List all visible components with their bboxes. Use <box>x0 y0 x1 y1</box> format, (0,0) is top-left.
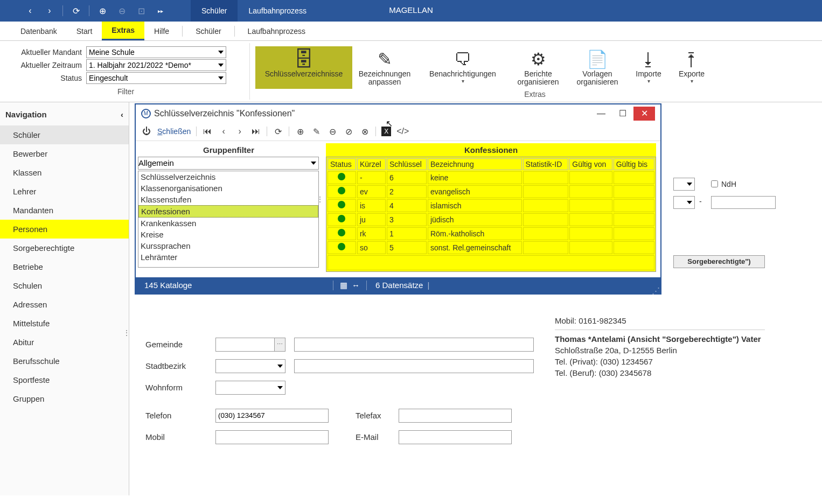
modal-close-button[interactable]: ✕ <box>633 107 655 121</box>
prev-button[interactable]: ‹ <box>218 127 229 136</box>
ribbon-importe[interactable]: ⭳ Importe ▾ <box>627 46 670 89</box>
nav-item-mandanten[interactable]: Mandanten <box>0 201 129 220</box>
col-gueltigbis[interactable]: Gültig bis <box>614 158 654 170</box>
col-kuerzel[interactable]: Kürzel <box>357 158 386 170</box>
modal-splitter[interactable]: ⋮ <box>316 195 324 204</box>
select-all-icon[interactable]: ▦ <box>340 281 347 290</box>
list-item-selected[interactable]: Konfessionen <box>138 205 318 218</box>
gemeinde-name-input[interactable] <box>294 338 534 352</box>
list-item[interactable]: Klassenorganisationen <box>138 183 318 194</box>
nav-back-button[interactable]: ‹ <box>22 2 39 19</box>
list-item[interactable]: Kurssprachen <box>138 240 318 251</box>
table-row[interactable]: -6keine <box>328 171 654 184</box>
input-2[interactable] <box>711 196 776 209</box>
modal-maximize-button[interactable]: ☐ <box>612 107 633 121</box>
nav-item-bewerber[interactable]: Bewerber <box>0 144 129 163</box>
telefax-input[interactable] <box>399 409 512 423</box>
mobil-input[interactable] <box>215 430 329 444</box>
nav-forward-button[interactable]: › <box>41 2 58 19</box>
edit-button[interactable]: ✎ <box>311 127 322 137</box>
menu-laufbahn[interactable]: Laufbahnprozess <box>238 23 315 40</box>
menu-start[interactable]: Start <box>67 23 102 40</box>
stadtbezirk-input[interactable] <box>294 359 534 373</box>
nav-item-abitur[interactable]: Abitur <box>0 333 129 352</box>
ribbon-schluesselverzeichnisse[interactable]: 🗄 Schlüsselverzeichnisse <box>255 46 352 89</box>
nav-item-betriebe[interactable]: Betriebe <box>0 257 129 276</box>
nav-item-adressen[interactable]: Adressen <box>0 295 129 314</box>
zeitraum-select[interactable]: 1. Halbjahr 2021/2022 *Demo* <box>86 59 226 71</box>
verzeichnis-list[interactable]: Schlüsselverzeichnis Klassenorganisation… <box>138 171 319 268</box>
ndh-checkbox[interactable] <box>711 180 718 187</box>
menu-schueler[interactable]: Schüler <box>186 23 231 40</box>
telefon-input[interactable] <box>215 409 329 423</box>
status-select[interactable]: Eingeschult <box>86 72 226 84</box>
email-input[interactable] <box>399 430 512 444</box>
list-item[interactable]: Lehrämter <box>138 251 318 263</box>
add-button[interactable]: ⊕ <box>94 2 111 19</box>
gruppenfilter-select[interactable]: Allgemein <box>138 157 319 170</box>
excel-button[interactable]: X <box>381 127 391 136</box>
nav-item-gruppen[interactable]: Gruppen <box>0 389 129 408</box>
nav-collapse-button[interactable]: ‹ <box>121 110 123 119</box>
nav-item-personen[interactable]: Personen <box>0 220 129 239</box>
col-status[interactable]: Status <box>328 158 356 170</box>
table-row[interactable]: so5sonst. Rel.gemeinschaft <box>328 241 654 254</box>
table-row[interactable]: rk1Röm.-katholisch <box>328 227 654 240</box>
titlebar-tab-schueler[interactable]: Schüler <box>191 0 238 22</box>
list-item[interactable]: Klassenstufen <box>138 194 318 205</box>
ribbon-bezeichnungen[interactable]: ✎ Bezeichnungen anpassen <box>352 46 417 89</box>
gemeinde-lookup-button[interactable]: ⋯ <box>275 338 285 352</box>
list-item[interactable]: Schlüsselverzeichnis <box>138 171 318 183</box>
cancel-button[interactable]: ⊗ <box>359 127 370 137</box>
last-button[interactable]: ⏭ <box>250 127 261 136</box>
titlebar-tab-laufbahn[interactable]: Laufbahnprozess <box>238 0 317 22</box>
refresh-button[interactable]: ⟳ <box>67 2 85 19</box>
modal-minimize-button[interactable]: — <box>590 107 612 121</box>
reload-button[interactable]: ⟳ <box>273 127 283 137</box>
ribbon-berichte[interactable]: ⚙ Berichte organisieren <box>508 46 568 89</box>
list-item[interactable]: Krankenkassen <box>138 218 318 229</box>
table-row[interactable]: ju3jüdisch <box>328 213 654 226</box>
ribbon-exporte[interactable]: ⭱ Exporte ▾ <box>670 46 713 89</box>
next-button[interactable]: › <box>234 127 245 136</box>
nav-item-lehrer[interactable]: Lehrer <box>0 182 129 201</box>
table-row[interactable]: is4islamisch <box>328 199 654 212</box>
nav-item-schulen[interactable]: Schulen <box>0 276 129 295</box>
combo-1[interactable] <box>673 178 695 191</box>
resize-grip[interactable] <box>652 286 658 292</box>
combo-2[interactable] <box>673 196 695 209</box>
check-button[interactable]: ⊘ <box>343 127 354 137</box>
table-row[interactable]: ev2evangelisch <box>328 185 654 198</box>
nav-item-sportfeste[interactable]: Sportfeste <box>0 370 129 389</box>
code-button[interactable]: </> <box>396 127 407 136</box>
power-icon[interactable]: ⏻ <box>141 127 152 136</box>
delete-button[interactable]: ⊖ <box>327 127 338 137</box>
col-bezeichnung[interactable]: Bezeichnung <box>428 158 522 170</box>
remove-button[interactable]: ⊖ <box>113 2 130 19</box>
menu-datenbank[interactable]: Datenbank <box>11 23 67 40</box>
ribbon-benachrichtigungen[interactable]: 🗨 Benachrichtigungen ▾ <box>417 46 508 89</box>
nav-item-mittelstufe[interactable]: Mittelstufe <box>0 314 129 333</box>
nav-item-sorgeberechtigte[interactable]: Sorgeberechtigte <box>0 239 129 257</box>
col-statistik[interactable]: Statistik-ID <box>523 158 569 170</box>
new-button[interactable]: ⊕ <box>295 127 305 137</box>
first-button[interactable]: ⏮ <box>202 127 213 136</box>
info-mobil: Mobil: 0161-982345 <box>555 315 765 326</box>
stadtbezirk-select[interactable] <box>215 359 285 373</box>
mandant-select[interactable]: Meine Schule <box>86 46 226 58</box>
close-link[interactable]: Schließen <box>157 127 191 136</box>
menu-hilfe[interactable]: Hilfe <box>144 23 179 40</box>
expand-button[interactable]: ⊡ <box>133 2 150 19</box>
nav-item-berufsschule[interactable]: Berufsschule <box>0 352 129 370</box>
nav-item-schueler[interactable]: Schüler <box>0 125 129 144</box>
ribbon-vorlagen[interactable]: 📄 Vorlagen organisieren <box>568 46 627 89</box>
nav-item-klassen[interactable]: Klassen <box>0 163 129 182</box>
menu-extras[interactable]: Extras <box>102 22 144 40</box>
list-item[interactable]: Kreise <box>138 229 318 240</box>
gemeinde-code-input[interactable] <box>215 338 275 352</box>
more-button[interactable]: ▸▸ <box>152 2 169 19</box>
col-schluessel[interactable]: Schlüssel <box>387 158 427 170</box>
fit-width-icon[interactable]: ↔ <box>352 281 360 290</box>
wohnform-select[interactable] <box>215 381 285 395</box>
col-gueltigvon[interactable]: Gültig von <box>569 158 612 170</box>
